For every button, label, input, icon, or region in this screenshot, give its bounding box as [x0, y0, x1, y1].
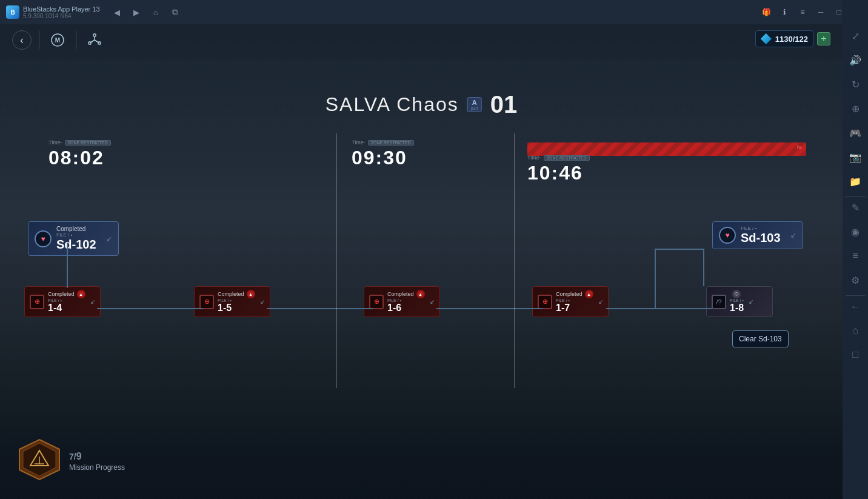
node-1-8-tooltip: Clear Sd-103: [732, 330, 789, 347]
sd-card-102-status: Completed: [56, 226, 85, 232]
resource-value: 1130/122: [775, 35, 808, 44]
bluestacks-logo-icon: B: [6, 5, 19, 19]
sidebar-gamepad-icon[interactable]: 🎮: [844, 122, 866, 144]
stage-part-sublabel: part: [471, 106, 478, 110]
stage-name: SALVA Chaos: [326, 93, 459, 116]
nav-divider-1: [39, 31, 39, 49]
sd-card-102-info: Completed FILE / • Sd-102: [56, 226, 96, 252]
node-1-7-arrow: ↙: [598, 298, 603, 305]
nav-org-button[interactable]: [84, 29, 105, 51]
resource-icon: [761, 33, 772, 44]
resource-box: 1130/122: [755, 30, 813, 47]
sidebar-recent-icon[interactable]: □: [844, 344, 866, 366]
node-1-7-icon: ⊕: [538, 295, 552, 309]
sidebar-back-icon[interactable]: ←: [844, 295, 866, 317]
sd-card-103[interactable]: ♥ FILE / • Sd-103 ↙: [712, 221, 803, 249]
node-1-7-status-row: Completed ▲: [556, 290, 593, 298]
zone-restricted-badge-2: ZONE RESTRICTED: [368, 140, 414, 146]
connector-2-3: [267, 308, 373, 309]
sidebar-settings-icon[interactable]: ⚙: [844, 269, 866, 291]
node-1-4-arrow: ↙: [90, 298, 95, 305]
progress-fraction: 7/9: [69, 447, 125, 463]
node-1-4-file: FILE / •: [48, 298, 85, 303]
connector-sd103-v: [703, 249, 704, 286]
mission-node-1-5[interactable]: ⊕ Completed ▲ FILE / • 1-5 ↙: [194, 286, 270, 317]
node-1-6-status-row: Completed ▲: [387, 290, 425, 298]
titlebar-nav: ◀ ▶ ⌂ ⧉: [106, 4, 184, 21]
nav-emblem-button[interactable]: M: [47, 29, 68, 51]
title-bar: B BlueStacks App Player 13 5.9.300.1014 …: [0, 0, 868, 24]
sidebar-screenshot-icon[interactable]: 📷: [844, 146, 866, 168]
zone-label-1: Time- ZONE RESTRICTED: [48, 139, 111, 146]
sd-card-102[interactable]: ♥ Completed FILE / • Sd-102 ↙: [28, 221, 119, 256]
svg-text:M: M: [55, 37, 60, 44]
mission-progress: 7/9 Mission Progress: [18, 438, 125, 481]
sidebar-volume-icon[interactable]: 🔊: [844, 49, 866, 71]
zone-restricted-badge-3: ZONE RESTRICTED: [544, 155, 590, 161]
nav-forward-button[interactable]: ▶: [128, 4, 145, 21]
connector-4-5: [606, 308, 712, 309]
node-1-6-icon: ⊕: [369, 295, 384, 309]
progress-total: 9: [76, 451, 82, 461]
node-1-4-badge: ▲: [77, 290, 85, 298]
stage-part-letter: A: [472, 99, 477, 106]
node-1-5-badge: ▲: [247, 290, 255, 298]
sd-card-103-name: Sd-103: [741, 231, 781, 245]
node-1-7-file: FILE / •: [556, 298, 593, 303]
progress-badge-container: [18, 438, 61, 481]
sd-card-103-heart-icon: ♥: [719, 227, 736, 244]
node-1-5-status: Completed: [218, 291, 244, 297]
sd-card-102-status-row: Completed: [56, 226, 96, 232]
node-1-6-name: 1-6: [387, 303, 425, 313]
mission-node-1-8[interactable]: /? ⬡ FILE / • 1-8 ↙: [706, 286, 773, 317]
time-panel-1: Time- ZONE RESTRICTED 08:02: [48, 139, 111, 169]
minimize-button[interactable]: ─: [812, 4, 829, 21]
node-1-4-info: Completed ▲ FILE / • 1-4: [48, 290, 85, 313]
sidebar-resize-icon[interactable]: ⤢: [844, 25, 866, 47]
node-1-5-arrow: ↙: [260, 298, 265, 305]
mission-node-1-6[interactable]: ⊕ Completed ▲ FILE / • 1-6 ↙: [364, 286, 440, 317]
menu-button[interactable]: ≡: [794, 4, 811, 21]
node-1-6-arrow: ↙: [430, 298, 435, 305]
sd-card-103-info: FILE / • Sd-103: [741, 226, 781, 245]
sidebar-home-icon[interactable]: ⌂: [844, 320, 866, 341]
sidebar-macro-icon[interactable]: ◉: [844, 221, 866, 243]
nav-divider-2: [76, 31, 76, 49]
progress-text: 7/9 Mission Progress: [69, 447, 125, 472]
sidebar-performance-icon[interactable]: ⊕: [844, 98, 866, 119]
gift-button[interactable]: 🎁: [758, 4, 775, 21]
section-divider-1: [336, 133, 337, 388]
node-1-4-status-row: Completed ▲: [48, 290, 85, 298]
sidebar-edit-icon[interactable]: ✎: [844, 196, 866, 218]
progress-label: Mission Progress: [69, 463, 125, 472]
node-1-5-status-row: Completed ▲: [218, 290, 255, 298]
app-version: 5.9.300.1014 N64: [23, 13, 100, 19]
sidebar-layers-icon[interactable]: ≡: [844, 245, 866, 267]
node-1-7-name: 1-7: [556, 303, 593, 313]
zone-restricted-badge-1: ZONE RESTRICTED: [65, 140, 111, 146]
sd-card-102-arrow: ↙: [106, 235, 112, 243]
nav-multi-button[interactable]: ⧉: [167, 4, 184, 21]
node-1-5-file: FILE / •: [218, 298, 255, 303]
mission-node-1-4[interactable]: ⊕ Completed ▲ FILE / • 1-4 ↙: [24, 286, 101, 317]
resource-counter: 1130/122 +: [755, 30, 830, 47]
node-1-8-badge: ⬡: [732, 290, 741, 298]
app-logo: B BlueStacks App Player 13 5.9.300.1014 …: [0, 5, 106, 19]
sidebar-rotate-icon[interactable]: ↻: [844, 73, 866, 95]
nav-back-button[interactable]: ◀: [109, 4, 125, 21]
sd-card-103-file: FILE / •: [741, 226, 781, 231]
info-button[interactable]: ℹ: [776, 4, 793, 21]
nav-home-button[interactable]: ⌂: [147, 4, 164, 21]
resource-add-button[interactable]: +: [817, 32, 830, 45]
mission-node-1-7[interactable]: ⊕ Completed ▲ FILE / • 1-7 ↙: [532, 286, 609, 317]
back-button[interactable]: ‹: [12, 30, 32, 50]
zone-label-3: Time- ZONE RESTRICTED: [527, 155, 590, 161]
sidebar-files-icon[interactable]: 📁: [844, 170, 866, 192]
node-1-6-info: Completed ▲ FILE / • 1-6: [387, 290, 425, 313]
node-1-7-status: Completed: [556, 291, 583, 297]
node-1-6-file: FILE / •: [387, 298, 425, 303]
connector-1-2: [97, 308, 203, 309]
game-area: ‹ M 1130/122 +: [0, 24, 843, 499]
progress-current: 7: [69, 452, 74, 461]
node-1-5-icon: ⊕: [199, 295, 214, 309]
